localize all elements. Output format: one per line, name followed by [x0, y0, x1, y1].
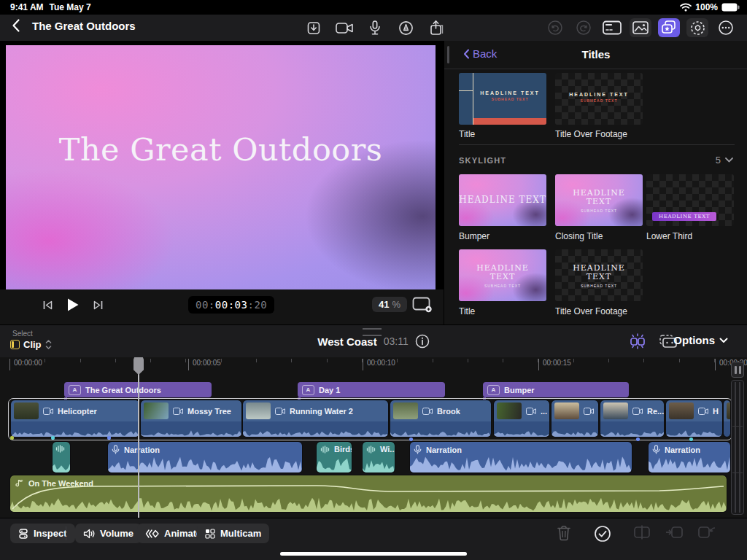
thumb-subhead: SUBHEAD TEXT	[459, 284, 546, 288]
clip-height-control[interactable]	[731, 362, 744, 378]
skylight-thumb-title[interactable]: HEADLINE TEXT SUBHEAD TEXT	[459, 249, 546, 301]
section-count: 5	[716, 155, 721, 166]
title-thumb-2[interactable]: HEADLINE TEXT SUBHEAD TEXT	[555, 73, 643, 125]
marker-dot	[689, 438, 693, 441]
titles-panel: Back Titles HEADLINE TEXT SUBHEAD TEXT T…	[444, 41, 747, 324]
volume-button[interactable]: Volume	[75, 524, 142, 543]
clip-thumbnail	[554, 402, 579, 419]
video-clip[interactable]: Mossy Tree	[141, 400, 241, 437]
select-done-icon[interactable]	[594, 525, 611, 542]
timecode-display[interactable]: 00:00:03:20	[188, 296, 274, 314]
music-clip[interactable]: On The Weekend	[10, 475, 727, 512]
wifi-icon	[680, 3, 692, 12]
skip-to-start-icon[interactable]	[42, 300, 53, 311]
project-duration: 03:11	[384, 335, 409, 347]
snapping-icon[interactable]	[627, 333, 648, 349]
info-icon[interactable]	[415, 334, 430, 349]
section-collapse[interactable]: 5	[716, 155, 733, 166]
title-clip[interactable]: A Bumper	[483, 382, 629, 397]
thumb-label: Closing Title	[555, 231, 603, 241]
thumb-subhead: SUBHEAD TEXT	[555, 209, 643, 213]
skylight-thumb-closing[interactable]: HEADLINE TEXT SUBHEAD TEXT	[555, 174, 643, 226]
thumb-label: Title Over Footage	[555, 129, 627, 139]
multicam-label: Multicam	[220, 528, 261, 539]
redo-icon[interactable]	[573, 18, 595, 37]
viewer[interactable]: The Great Outdoors	[6, 45, 436, 289]
video-clip[interactable]: ...	[494, 400, 549, 437]
thumb-label: Title Over Footage	[555, 306, 627, 316]
options-button[interactable]: Options	[673, 334, 728, 346]
title-card-icon[interactable]	[601, 18, 623, 37]
timeline[interactable]: 00:00:00 00:00:05 00:00:10 00:00:15 00:0…	[0, 357, 747, 518]
overwrite-clip-icon[interactable]	[697, 525, 716, 540]
thumb-headline: HEADLINE TEXT	[652, 212, 716, 221]
back-chevron-icon[interactable]	[12, 18, 20, 33]
audio-clip[interactable]: Narration	[649, 442, 730, 472]
status-time-date: 9:41 AM Tue May 7	[10, 2, 91, 12]
ruler-label: 00:00:05	[188, 359, 221, 370]
playhead-line[interactable]	[138, 357, 139, 518]
transport-bar: 00:00:03:20 41 %	[0, 289, 444, 324]
thumb-subhead: SUBHEAD TEXT	[473, 97, 546, 101]
microphone-icon[interactable]	[364, 18, 386, 37]
home-indicator[interactable]	[280, 552, 467, 556]
video-clip[interactable]	[551, 400, 598, 437]
options-label: Options	[673, 334, 715, 346]
skylight-thumb-bumper[interactable]: HEADLINE TEXT	[459, 174, 546, 226]
import-icon[interactable]	[303, 18, 325, 37]
title-clip[interactable]: A Day 1	[298, 382, 445, 397]
viewer-title-overlay: The Great Outdoors	[6, 131, 436, 168]
video-clip-label: Helicopter	[58, 407, 97, 416]
audio-clip-label: Narration	[426, 446, 462, 454]
video-clip[interactable]	[724, 400, 730, 437]
trash-icon[interactable]	[557, 525, 571, 541]
jog-wheel-icon[interactable]	[686, 18, 708, 37]
thumb-headline: HEADLINE TEXT	[555, 92, 643, 97]
audio-clip[interactable]: Wi...	[363, 442, 395, 472]
title-thumb-1[interactable]: HEADLINE TEXT SUBHEAD TEXT	[459, 73, 546, 125]
more-icon[interactable]	[715, 18, 737, 37]
undo-icon[interactable]	[544, 18, 566, 37]
skip-to-end-icon[interactable]	[93, 300, 104, 311]
volume-envelope[interactable]	[10, 475, 727, 512]
marker-dot	[10, 436, 14, 440]
thumb-label: Lower Third	[646, 231, 692, 241]
animate-label: Animate	[164, 528, 201, 539]
clip-thumbnail	[144, 402, 169, 419]
title-clip-label: The Great Outdoors	[85, 386, 161, 394]
audio-clip-label: Narration	[665, 446, 700, 454]
title-clip-label: Bumper	[504, 386, 535, 394]
split-clip-icon[interactable]	[633, 525, 651, 540]
viewer-options-icon[interactable]	[412, 297, 432, 313]
pencil-draw-icon[interactable]	[395, 18, 417, 37]
ruler-label: 00:00:00	[9, 359, 42, 370]
video-clip[interactable]: H	[666, 400, 722, 437]
timeline-vertical-scrollbar[interactable]	[731, 380, 744, 515]
ruler-label: 00:00:10	[363, 359, 395, 370]
video-clip[interactable]: Re...	[600, 400, 664, 437]
audio-clip[interactable]: Birds	[317, 442, 352, 472]
timecode-hours: 00:	[196, 299, 215, 311]
share-icon[interactable]	[425, 18, 447, 37]
clip-thumbnail	[393, 402, 418, 419]
video-clip[interactable]: Helicopter	[11, 400, 139, 437]
skylight-thumb-lowerthird[interactable]: HEADLINE TEXT	[646, 174, 734, 226]
audio-clip[interactable]	[53, 442, 70, 472]
playhead-handle[interactable]	[133, 357, 144, 375]
content-browser-icon[interactable]	[658, 18, 680, 37]
media-browser-icon[interactable]	[630, 18, 651, 37]
video-clip[interactable]: Brook	[390, 400, 491, 437]
audio-clip[interactable]: Narration	[108, 442, 302, 472]
video-storyline[interactable]: Helicopter Mossy Tree Running Water 2 Br…	[8, 398, 732, 440]
camera-icon[interactable]	[333, 18, 355, 37]
multicam-button[interactable]: Multicam	[197, 524, 269, 543]
audio-clip[interactable]: Narration	[410, 442, 632, 472]
video-clip[interactable]: Running Water 2	[243, 400, 388, 437]
thumb-headline: HEADLINE TEXT	[473, 90, 546, 96]
skylight-thumb-titleoverfootage[interactable]: HEADLINE TEXT SUBHEAD TEXT	[555, 249, 643, 301]
video-clip-label: Mossy Tree	[187, 407, 231, 416]
play-icon[interactable]	[66, 298, 80, 312]
insert-clip-icon[interactable]	[665, 525, 684, 540]
zoom-level[interactable]: 41 %	[372, 297, 407, 312]
video-clip-label: ...	[541, 407, 547, 416]
